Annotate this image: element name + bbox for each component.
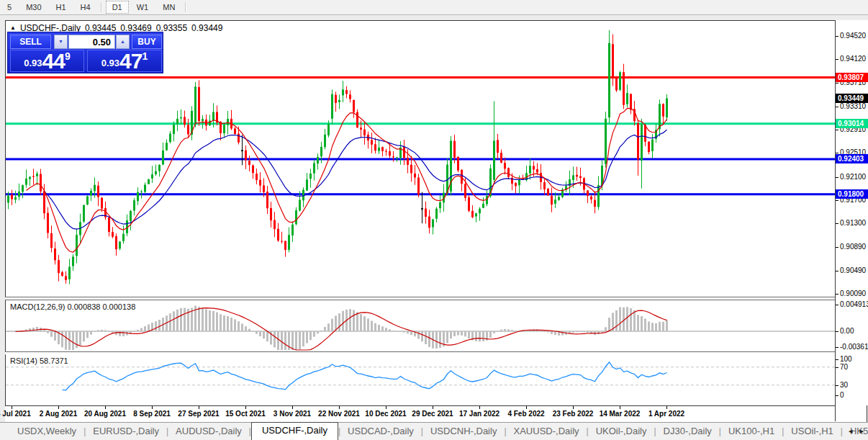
- tab-ukoil-daily[interactable]: UKOil-,Daily: [589, 423, 654, 440]
- candle: [457, 156, 459, 172]
- macd-histogram-bar: [169, 313, 171, 331]
- date-tick: [292, 406, 293, 409]
- tab-usdchf-daily[interactable]: USDCHF-,Daily: [251, 422, 338, 440]
- tab-usdcnh-daily[interactable]: USDCNH-,Daily: [423, 423, 504, 440]
- macd-histogram-bar: [72, 331, 74, 350]
- sell-button[interactable]: SELL: [10, 35, 51, 49]
- macd-histogram-bar: [198, 307, 200, 331]
- timeframe-button-h4[interactable]: H4: [74, 1, 97, 14]
- date-tick: [58, 406, 59, 409]
- candle: [108, 216, 110, 236]
- candle: [302, 187, 304, 207]
- timeframe-toolbar: 5M30H1H4D1W1MN: [0, 0, 868, 15]
- level-price-badge: 0.93807: [836, 73, 868, 82]
- rsi-axis-label: 0: [840, 391, 844, 399]
- macd-histogram-bar: [241, 323, 243, 331]
- date-tick: [433, 406, 433, 409]
- ohlc-close: 0.93449: [191, 23, 222, 33]
- candle: [371, 133, 373, 153]
- macd-histogram-bar: [435, 331, 438, 349]
- date-label: 20 Aug 2021: [84, 410, 126, 418]
- tab-uk100-h1[interactable]: UK100-,H1: [721, 423, 782, 440]
- macd-histogram-bar: [281, 331, 283, 350]
- rsi-panel[interactable]: [6, 354, 835, 405]
- macd-histogram-bar: [500, 330, 502, 331]
- candle: [68, 259, 71, 284]
- date-tick: [339, 406, 340, 409]
- tab-scroll-right-icon[interactable]: ▸: [859, 426, 864, 436]
- timeframe-button-5[interactable]: 5: [1, 1, 18, 14]
- macd-histogram-bar: [148, 324, 150, 331]
- tab-usdcad-daily[interactable]: USDCAD-,Daily: [340, 423, 421, 440]
- candle: [166, 139, 168, 151]
- macd-histogram-bar: [284, 331, 286, 350]
- price-tick: 0.90890: [840, 243, 866, 251]
- tab-dj30-daily[interactable]: DJ30-,Daily: [656, 423, 719, 440]
- candle: [252, 164, 254, 179]
- candle: [144, 182, 146, 194]
- tab-audusd-daily[interactable]: AUDUSD-,Daily: [168, 423, 249, 440]
- date-label: 8 Sep 2021: [133, 410, 171, 418]
- macd-histogram-bar: [209, 310, 211, 331]
- macd-axis-label-tick: [836, 331, 838, 332]
- date-tick: [245, 406, 246, 409]
- timeframe-button-w1[interactable]: W1: [130, 1, 155, 14]
- date-axis[interactable]: 14 Jul 20212 Aug 202120 Aug 20218 Sep 20…: [5, 405, 835, 422]
- price-tick-tick: [836, 59, 838, 60]
- macd-histogram-bar: [461, 331, 463, 336]
- date-label: 22 Nov 2021: [318, 410, 360, 418]
- macd-histogram-bar: [47, 331, 49, 333]
- tab-scroll-left-icon[interactable]: ◂: [849, 426, 853, 436]
- macd-histogram-bar: [572, 331, 574, 333]
- macd-histogram-bar: [50, 331, 53, 337]
- macd-histogram-bar: [173, 311, 175, 331]
- price-tick-tick: [836, 107, 838, 107]
- timeframe-button-h1[interactable]: H1: [50, 1, 73, 14]
- timeframe-button-d1[interactable]: D1: [106, 1, 129, 14]
- volume-input[interactable]: [68, 35, 115, 49]
- timeframe-button-m30[interactable]: M30: [19, 1, 48, 14]
- macd-histogram-bar: [630, 308, 632, 331]
- candle: [245, 145, 247, 169]
- macd-histogram-bar: [475, 331, 477, 341]
- candle: [543, 178, 546, 195]
- candle: [216, 105, 218, 125]
- candle: [648, 142, 650, 155]
- candle: [353, 100, 355, 118]
- timeframe-button-mn[interactable]: MN: [156, 1, 181, 14]
- candle: [471, 205, 474, 218]
- macd-histogram-bar: [184, 308, 186, 331]
- collapse-panel-icon[interactable]: ▲: [10, 24, 16, 32]
- macd-histogram-bar: [342, 311, 344, 331]
- tab-xauusd-daily[interactable]: XAUUSD-,Daily: [507, 423, 587, 440]
- macd-histogram-bar: [212, 311, 214, 331]
- tab-usoil-h1[interactable]: USOil-,H1: [784, 423, 841, 440]
- macd-histogram-bar: [619, 307, 621, 331]
- sell-price-display[interactable]: 0.93449: [10, 50, 84, 72]
- rsi-axis-label: 70: [840, 363, 848, 371]
- macd-histogram-bar: [547, 331, 549, 333]
- macd-histogram-bar: [76, 331, 78, 348]
- candle: [497, 134, 499, 159]
- candle: [630, 94, 632, 114]
- candle: [306, 173, 308, 191]
- candle: [479, 207, 481, 221]
- date-tick: [666, 406, 667, 409]
- candle: [112, 227, 114, 238]
- volume-decrease-button[interactable]: ▼: [54, 35, 68, 49]
- tab-eurusd-daily[interactable]: EURUSD-,Daily: [86, 423, 166, 440]
- macd-histogram-bar: [651, 323, 654, 331]
- candle: [565, 181, 567, 192]
- macd-histogram-bar: [317, 331, 319, 333]
- buy-price-display[interactable]: 0.93471: [87, 50, 162, 72]
- macd-histogram-bar: [407, 331, 409, 333]
- candle: [65, 271, 67, 284]
- candle: [126, 215, 128, 236]
- buy-button[interactable]: BUY: [132, 35, 162, 49]
- volume-increase-button[interactable]: ▲: [116, 35, 130, 49]
- candle: [561, 188, 564, 199]
- price-axis[interactable]: 0.945200.941200.937100.933100.929100.925…: [836, 20, 868, 405]
- macd-histogram-bar: [511, 330, 513, 331]
- candle: [119, 241, 121, 251]
- tab-usdx-weekly[interactable]: USDX,Weekly: [10, 423, 83, 440]
